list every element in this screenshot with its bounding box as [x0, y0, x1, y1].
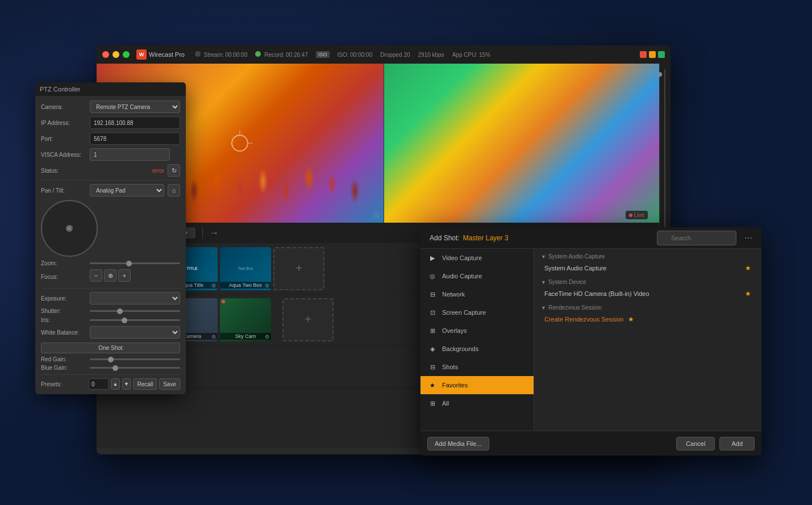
menu-item-shots[interactable]: ⊟ Shots [420, 358, 534, 376]
item-label-rendezvous: Create Rendezvous Session [544, 316, 623, 323]
menu-item-video-capture[interactable]: ▶ Video Capture [420, 249, 534, 267]
menu-label-network: Network [442, 291, 465, 298]
close-window-button[interactable] [102, 51, 109, 58]
traffic-lights [102, 51, 130, 58]
ptz-port-label: Port: [41, 136, 86, 142]
volume-knob[interactable] [657, 72, 662, 77]
section-arrow-audio: ▼ [541, 254, 546, 260]
menu-label-video-capture: Video Capture [442, 254, 482, 261]
ptz-body: Camera: Remote PTZ Camera IP Address: Po… [35, 96, 186, 394]
menu-label-shots: Shots [442, 364, 458, 370]
cancel-button[interactable]: Cancel [676, 437, 715, 450]
preset-up-button[interactable]: ▲ [111, 378, 120, 390]
shot-aqua-two-box[interactable]: Two Box Aqua Two Box ⚙ [220, 247, 271, 290]
ptz-pan-row: Pan / Tilt: Analog Pad ⌂ [41, 184, 180, 197]
iso-badge: ISO [316, 51, 330, 58]
shot-gear-camera[interactable]: ⚙ [211, 334, 216, 340]
preview-left-icon: ⊡ [373, 211, 379, 219]
add-plus-icon-2: + [305, 313, 311, 326]
ptz-blue-gain-slider[interactable] [90, 367, 180, 369]
ptz-iris-slider[interactable] [90, 319, 180, 321]
ptz-port-row: Port: [41, 132, 180, 145]
ptz-title: PTZ Controller [40, 86, 81, 93]
wirecast-icon: W [136, 49, 147, 60]
ptz-home-button[interactable]: ⌂ [168, 184, 180, 197]
focus-plus-button[interactable]: + [118, 269, 131, 282]
menu-item-backgrounds[interactable]: ◈ Backgrounds [420, 340, 534, 358]
star-rendezvous[interactable]: ★ [628, 315, 634, 323]
ptz-zoom-slider[interactable] [90, 262, 180, 264]
focus-minus-button[interactable]: − [90, 269, 102, 282]
shot-gear-aqua[interactable]: ⚙ [211, 283, 216, 289]
menu-label-audio-capture: Audio Capture [442, 273, 482, 279]
menu-item-network[interactable]: ⊟ Network [420, 285, 534, 303]
ptz-status-label: Status: [41, 168, 86, 174]
add-shot-body: ▶ Video Capture ◎ Audio Capture ⊟ Networ… [420, 249, 761, 431]
section-system-device: ▼ System Device FaceTime HD Camera (Buil… [541, 279, 755, 300]
ptz-camera-select[interactable]: Remote PTZ Camera [90, 101, 180, 113]
ptz-red-gain-slider[interactable] [90, 358, 180, 360]
all-icon: ⊞ [428, 400, 436, 407]
ptz-refresh-button[interactable]: ↻ [168, 164, 180, 177]
ptz-ip-label: IP Address: [41, 120, 86, 126]
menu-item-favorites[interactable]: ★ Favorites [420, 376, 534, 394]
add-shot-search-input[interactable] [657, 231, 736, 245]
add-media-file-button[interactable]: Add Media File... [427, 437, 489, 450]
ptz-visca-label: VISCA Address: [41, 152, 86, 158]
add-shot-header: Add Shot: Master Layer 3 🔍 ⋯ [420, 227, 761, 249]
shot-gear-aqua-two[interactable]: ⚙ [265, 283, 269, 289]
tb-green[interactable] [658, 51, 665, 58]
ptz-presets-row: Presets: ▲ ▼ Recall Save [41, 378, 180, 390]
preset-number-input[interactable] [89, 378, 109, 390]
menu-item-overlays[interactable]: ⊞ Overlays [420, 322, 534, 340]
ptz-separator-2 [41, 288, 180, 289]
ptz-pan-select[interactable]: Analog Pad [90, 184, 164, 197]
preset-down-button[interactable]: ▼ [122, 378, 131, 390]
ptz-wb-select[interactable] [90, 326, 180, 339]
overlays-icon: ⊞ [428, 327, 436, 335]
add-shot-panel: Add Shot: Master Layer 3 🔍 ⋯ ▶ Video Cap… [420, 227, 761, 456]
maximize-window-button[interactable] [123, 51, 130, 58]
menu-item-all[interactable]: ⊞ All [420, 394, 534, 412]
item-system-audio-capture[interactable]: System Audio Capture ★ [541, 262, 755, 274]
ptz-visca-input[interactable] [90, 148, 170, 161]
recall-button[interactable]: Recall [133, 378, 157, 390]
tb-yellow[interactable] [649, 51, 656, 58]
focus-auto-button[interactable]: ⊕ [104, 269, 116, 282]
star-system-audio[interactable]: ★ [745, 264, 751, 272]
ptz-zoom-knob [126, 261, 132, 266]
shot-sky-cam[interactable]: Sky Cam ⚙ [220, 298, 271, 341]
add-button[interactable]: Add [719, 437, 755, 450]
menu-label-overlays: Overlays [442, 327, 467, 334]
shot-gear-skycam[interactable]: ⚙ [265, 334, 269, 340]
menu-item-audio-capture[interactable]: ◎ Audio Capture [420, 267, 534, 285]
more-options-button[interactable]: ⋯ [744, 233, 752, 243]
live-badge: Live [626, 211, 648, 219]
network-icon: ⊟ [428, 291, 436, 298]
menu-label-screen-capture: Screen Capture [442, 309, 486, 316]
video-capture-icon: ▶ [428, 254, 436, 262]
go-live-arrow: → [210, 228, 219, 238]
ptz-joystick[interactable] [41, 200, 98, 257]
tb-red[interactable] [640, 51, 647, 58]
item-create-rendezvous[interactable]: Create Rendezvous Session ★ [541, 313, 755, 325]
star-facetime[interactable]: ★ [745, 290, 751, 298]
add-shot-row2[interactable]: + [282, 298, 334, 341]
search-wrapper: 🔍 [657, 231, 736, 245]
ptz-exposure-select[interactable] [90, 292, 180, 304]
save-button[interactable]: Save [159, 378, 180, 390]
ptz-joystick-area [41, 200, 180, 257]
item-facetime-camera[interactable]: FaceTime HD Camera (Built-in) Video ★ [541, 287, 755, 300]
ptz-ip-input[interactable] [90, 116, 180, 129]
ptz-shutter-slider[interactable] [90, 310, 180, 312]
add-shot-row1[interactable]: + [273, 247, 324, 290]
menu-item-screen-capture[interactable]: ⊡ Screen Capture [420, 303, 534, 322]
ptz-wb-label: White Balance: [41, 329, 86, 336]
one-shot-button[interactable]: One Shot [41, 343, 180, 353]
item-label-facetime: FaceTime HD Camera (Built-in) Video [544, 290, 740, 297]
item-label-system-audio: System Audio Capture [544, 265, 740, 272]
minimize-window-button[interactable] [113, 51, 119, 58]
volume-track [664, 69, 665, 251]
ptz-zoom-row: Zoom: [41, 260, 180, 266]
ptz-port-input[interactable] [90, 132, 180, 145]
